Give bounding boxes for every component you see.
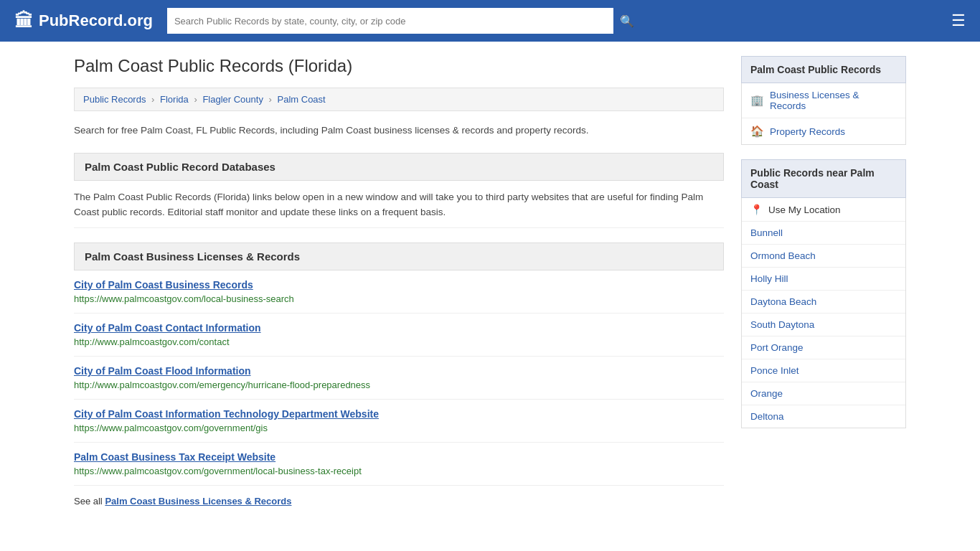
use-my-location-label: Use My Location (768, 204, 841, 215)
nearby-city-item[interactable]: Holly Hill (742, 268, 905, 291)
nearby-city-item[interactable]: Orange (742, 382, 905, 405)
record-url-link[interactable]: https://www.palmcoastgov.com/local-busin… (74, 293, 294, 304)
search-input[interactable] (167, 8, 613, 34)
sidebar: Palm Coast Public Records 🏢Business Lice… (741, 56, 906, 507)
record-url-link[interactable]: http://www.palmcoastgov.com/contact (74, 336, 230, 347)
see-all: See all Palm Coast Business Licenses & R… (74, 496, 724, 507)
breadcrumb-florida[interactable]: Florida (160, 94, 189, 105)
breadcrumb-palm-coast[interactable]: Palm Coast (278, 94, 326, 105)
list-item: City of Palm Coast Flood Information htt… (74, 357, 724, 400)
sidebar-item-icon: 🏠 (750, 125, 764, 138)
nearby-city-item[interactable]: Ormond Beach (742, 245, 905, 268)
nearby-city-label: South Daytona (750, 319, 814, 330)
record-title-link[interactable]: City of Palm Coast Flood Information (74, 365, 724, 377)
main-content: Palm Coast Public Records (Florida) Publ… (74, 56, 724, 507)
nearby-city-item[interactable]: Deltona (742, 405, 905, 428)
page-title: Palm Coast Public Records (Florida) (74, 56, 724, 76)
record-title-link[interactable]: City of Palm Coast Information Technolog… (74, 408, 724, 420)
nearby-city-item[interactable]: South Daytona (742, 314, 905, 336)
list-item: City of Palm Coast Contact Information h… (74, 314, 724, 357)
nearby-city-label: Daytona Beach (750, 296, 816, 307)
search-bar: 🔍 (167, 8, 641, 34)
sidebar-item-label: Property Records (770, 126, 845, 137)
record-title-link[interactable]: City of Palm Coast Business Records (74, 279, 724, 291)
record-title-link[interactable]: Palm Coast Business Tax Receipt Website (74, 451, 724, 463)
record-url-link[interactable]: https://www.palmcoastgov.com/government/… (74, 466, 362, 476)
breadcrumb: Public Records › Florida › Flagler Count… (74, 88, 724, 111)
breadcrumb-public-records[interactable]: Public Records (83, 94, 146, 105)
header: 🏛 PubRecord.org 🔍 ☰ (0, 0, 980, 42)
nearby-city-item[interactable]: Ponce Inlet (742, 359, 905, 382)
main-container: Palm Coast Public Records (Florida) Publ… (60, 42, 920, 535)
sidebar-section2-title: Public Records near Palm Coast (741, 159, 906, 198)
nearby-city-label: Port Orange (750, 342, 804, 353)
list-item: City of Palm Coast Business Records http… (74, 270, 724, 314)
search-icon: 🔍 (620, 14, 634, 28)
nearby-city-label: Deltona (750, 411, 784, 422)
records-list: City of Palm Coast Business Records http… (74, 270, 724, 486)
sidebar-section1-title: Palm Coast Public Records (741, 56, 906, 83)
hamburger-icon: ☰ (951, 11, 966, 29)
breadcrumb-flagler-county[interactable]: Flagler County (202, 94, 263, 105)
record-url-link[interactable]: https://www.palmcoastgov.com/government/… (74, 423, 268, 433)
menu-button[interactable]: ☰ (951, 11, 966, 30)
list-item: Palm Coast Business Tax Receipt Website … (74, 443, 724, 486)
use-my-location-item[interactable]: 📍Use My Location (742, 198, 905, 222)
db-description: The Palm Coast Public Records (Florida) … (74, 189, 724, 228)
nearby-city-label: Holly Hill (750, 273, 788, 284)
records-section-header: Palm Coast Business Licenses & Records (74, 242, 724, 270)
logo-icon: 🏛 (14, 10, 33, 32)
location-pin-icon: 📍 (750, 204, 763, 215)
search-button[interactable]: 🔍 (613, 8, 641, 34)
sidebar-item[interactable]: 🏠Property Records (742, 118, 905, 144)
logo-text: PubRecord.org (39, 11, 153, 30)
nearby-city-item[interactable]: Daytona Beach (742, 291, 905, 314)
sidebar-nearby-list: 📍Use My LocationBunnellOrmond BeachHolly… (741, 198, 906, 428)
nearby-city-item[interactable]: Port Orange (742, 336, 905, 359)
nearby-city-label: Bunnell (750, 227, 783, 238)
record-title-link[interactable]: City of Palm Coast Contact Information (74, 322, 724, 334)
logo[interactable]: 🏛 PubRecord.org (14, 10, 153, 32)
sidebar-item-icon: 🏢 (750, 94, 764, 107)
nearby-city-label: Ponce Inlet (750, 365, 799, 376)
nearby-city-label: Ormond Beach (750, 250, 816, 261)
list-item: City of Palm Coast Information Technolog… (74, 400, 724, 443)
db-section-header: Palm Coast Public Record Databases (74, 153, 724, 181)
nearby-city-label: Orange (750, 388, 783, 399)
see-all-link[interactable]: Palm Coast Business Licenses & Records (105, 496, 291, 507)
nearby-city-item[interactable]: Bunnell (742, 222, 905, 245)
sidebar-item[interactable]: 🏢Business Licenses & Records (742, 83, 905, 118)
record-url-link[interactable]: http://www.palmcoastgov.com/emergency/hu… (74, 380, 370, 390)
page-description: Search for free Palm Coast, FL Public Re… (74, 123, 724, 138)
sidebar-section1-list: 🏢Business Licenses & Records🏠Property Re… (741, 83, 906, 145)
sidebar-item-label: Business Licenses & Records (770, 90, 897, 111)
